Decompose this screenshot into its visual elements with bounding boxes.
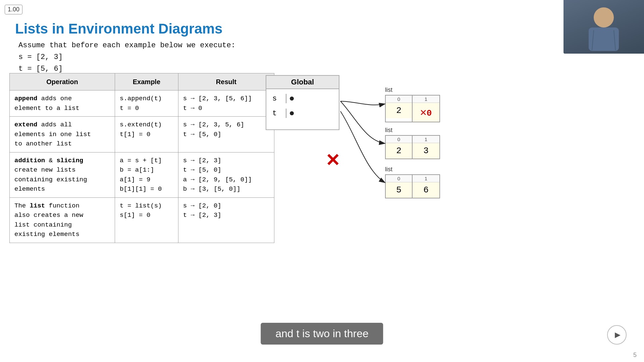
list-cell-value: 3 [413, 143, 439, 159]
list-cell-value-x: ✕0 [413, 103, 439, 122]
op-cell: The list functionalso creates a newlist … [10, 197, 115, 243]
col-header-operation: Operation [10, 73, 115, 90]
example-cell: s.append(t)t = 0 [115, 90, 178, 117]
list-box-1: list 0 2 1 ✕0 [385, 86, 440, 122]
list-cell-3-1: 1 6 [413, 175, 439, 198]
op-cell: addition & slicingcreate new listscontai… [10, 152, 115, 197]
result-cell: s → [2, 3, 5, 6]t → [5, 0] [178, 117, 274, 153]
list-cell-value: 6 [413, 182, 439, 198]
intro-line1: Assume that before each example below we… [18, 40, 235, 51]
col-header-example: Example [115, 73, 178, 90]
webcam-feed [564, 0, 644, 54]
list-cell-index: 0 [386, 175, 412, 182]
operations-table: Operation Example Result append adds one… [9, 73, 274, 243]
global-frame-title: Global [266, 76, 339, 89]
webcam-person [564, 0, 644, 54]
list-cell-value: 2 [386, 103, 412, 118]
table-row: append adds oneelement to a list s.appen… [10, 90, 274, 117]
play-button[interactable]: ▶ [607, 325, 627, 345]
list-label-3: list [385, 166, 440, 173]
frame-row-t: t [272, 109, 333, 118]
result-cell: s → [2, 3, [5, 6]]t → 0 [178, 90, 274, 117]
table-row: extend adds allelements in one listto an… [10, 117, 274, 153]
red-cross-icon: ✕ [325, 150, 340, 170]
frame-var-s: s [272, 95, 282, 103]
frame-dot-s [290, 97, 294, 101]
frame-var-t: t [272, 109, 282, 118]
list-cell-index: 1 [413, 136, 439, 143]
svg-point-1 [594, 7, 614, 27]
list-cell-index: 1 [413, 175, 439, 182]
op-cell: extend adds allelements in one listto an… [10, 117, 115, 153]
op-keyword: extend [14, 121, 37, 128]
intro-line2: s = [2, 3] [18, 51, 235, 63]
list-cells-1: 0 2 1 ✕0 [385, 95, 440, 122]
list-label-2: list [385, 127, 440, 134]
result-cell: s → [2, 3]t → [5, 0]a → [2, 9, [5, 0]]b … [178, 152, 274, 197]
list-label-1: list [385, 86, 440, 94]
list-cell-index: 0 [386, 96, 412, 103]
version-badge: 1.00 [5, 5, 22, 14]
example-cell: s.extend(t)t[1] = 0 [115, 117, 178, 153]
global-frame-body: s t [266, 89, 339, 129]
list-box-2: list 0 2 1 3 [385, 127, 440, 159]
op-keyword: addition [14, 157, 45, 164]
play-icon: ▶ [615, 330, 621, 339]
frame-divider [286, 109, 286, 118]
intro-text: Assume that before each example below we… [18, 40, 235, 75]
list-cell-3-0: 0 5 [386, 175, 413, 198]
table-row: The list functionalso creates a newlist … [10, 197, 274, 243]
frame-divider [286, 94, 286, 103]
list-cell-value: 5 [386, 182, 412, 198]
list-cell-2-0: 0 2 [386, 136, 413, 159]
op-keyword: append [14, 95, 37, 102]
op-desc: The list functionalso creates a newlist … [14, 202, 83, 238]
global-frame: Global s t [266, 75, 339, 130]
list-cell-value: 2 [386, 143, 412, 159]
table-row: addition & slicingcreate new listscontai… [10, 152, 274, 197]
result-cell: s → [2, 0]t → [2, 3] [178, 197, 274, 243]
list-cell-index: 1 [413, 96, 439, 103]
list-cell-2-1: 1 3 [413, 136, 439, 159]
slide-title: Lists in Environment Diagrams [15, 21, 222, 37]
example-cell: t = list(s)s[1] = 0 [115, 197, 178, 243]
example-cell: a = s + [t]b = a[1:]a[1] = 9b[1][1] = 0 [115, 152, 178, 197]
col-header-result: Result [178, 73, 274, 90]
list-box-3: list 0 5 1 6 [385, 166, 440, 198]
list-cell-index: 0 [386, 136, 412, 143]
frame-row-s: s [272, 94, 333, 103]
frame-dot-t [290, 111, 294, 115]
list-cells-2: 0 2 1 3 [385, 135, 440, 159]
list-cell-1-1: 1 ✕0 [413, 96, 439, 122]
list-cell-1-0: 0 2 [386, 96, 413, 122]
subtitle-bar: and t is two in three [261, 323, 383, 345]
list-cells-3: 0 5 1 6 [385, 174, 440, 198]
x-mark: ✕ [420, 106, 427, 119]
page-number: 5 [633, 352, 637, 359]
person-silhouette [570, 0, 637, 54]
op-cell: append adds oneelement to a list [10, 90, 115, 117]
